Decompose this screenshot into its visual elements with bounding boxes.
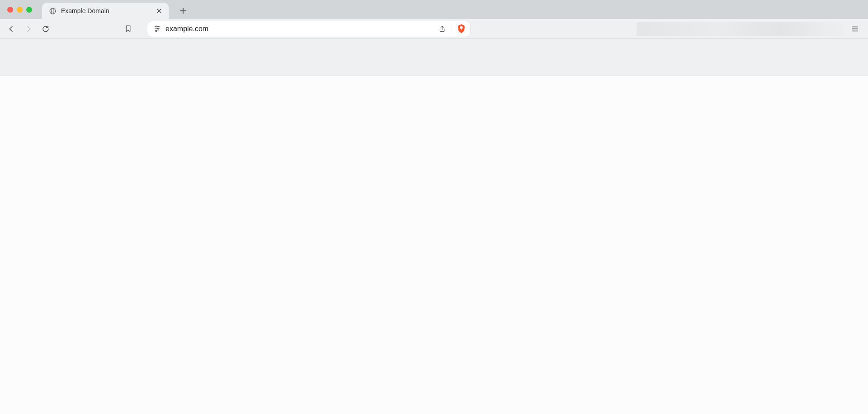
globe-icon bbox=[48, 7, 57, 15]
address-bar-container: example.com bbox=[147, 21, 470, 37]
bookmarks-bar bbox=[0, 39, 868, 75]
forward-button[interactable] bbox=[21, 21, 36, 37]
browser-tab[interactable]: Example Domain bbox=[42, 3, 169, 19]
tab-title: Example Domain bbox=[61, 7, 151, 14]
window-controls bbox=[5, 0, 36, 19]
svg-point-12 bbox=[155, 30, 156, 32]
share-button[interactable] bbox=[437, 24, 447, 34]
toolbar-right-cluster bbox=[637, 21, 864, 37]
tab-strip: Example Domain bbox=[0, 0, 868, 19]
site-settings-icon[interactable] bbox=[153, 25, 161, 33]
address-bar-divider bbox=[452, 24, 452, 33]
url-text[interactable]: example.com bbox=[165, 25, 433, 33]
back-button[interactable] bbox=[4, 21, 19, 37]
extensions-area[interactable] bbox=[637, 22, 843, 36]
bookmark-button[interactable] bbox=[120, 21, 136, 37]
reload-button[interactable] bbox=[38, 21, 53, 37]
page-content bbox=[0, 75, 868, 414]
svg-point-11 bbox=[157, 28, 159, 29]
tab-close-button[interactable] bbox=[155, 7, 163, 15]
toolbar: example.com bbox=[0, 19, 868, 39]
svg-point-10 bbox=[155, 26, 156, 27]
brave-shield-icon[interactable] bbox=[457, 24, 466, 33]
window-close-button[interactable] bbox=[7, 7, 13, 13]
new-tab-button[interactable] bbox=[176, 4, 190, 18]
window-maximize-button[interactable] bbox=[26, 7, 32, 13]
app-menu-button[interactable] bbox=[847, 21, 863, 37]
window-minimize-button[interactable] bbox=[17, 7, 23, 13]
address-bar[interactable]: example.com bbox=[147, 21, 470, 37]
